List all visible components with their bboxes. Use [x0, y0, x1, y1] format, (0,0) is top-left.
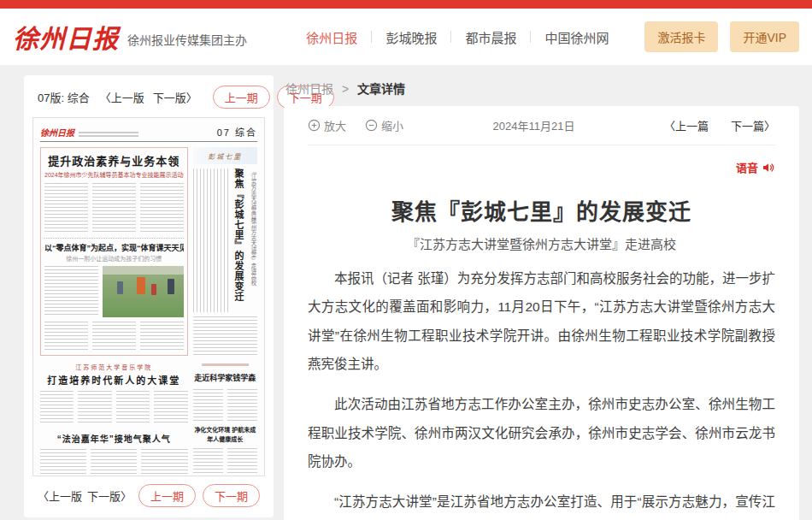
- breadcrumb-root[interactable]: 徐州日报: [285, 82, 333, 96]
- main-content: 07版: 综合 〈上一版 下一版〉 上一期 下一期 徐州日报 07 综合: [0, 65, 812, 520]
- thumb-masthead-logo: 徐州日报: [40, 126, 74, 139]
- thumb-masthead-dateline: [79, 130, 217, 139]
- zoom-out-icon: [365, 119, 378, 132]
- thumb-right-column: 彭城七里 聚焦『彭城七里』的发展变迁 『江苏方志大讲堂暨徐州方志大讲堂』走进高校…: [193, 147, 257, 476]
- thumbnail-photo: [103, 266, 183, 317]
- header-buttons: 激活报卡 开通VIP: [644, 21, 799, 52]
- thumb-vertical-subtitle: 『江苏方志大讲堂暨徐州方志大讲堂』走进高校: [249, 168, 257, 312]
- prev-page-link[interactable]: 〈上一版: [100, 89, 144, 105]
- page: 徐州日报 徐州报业传媒集团主办 徐州日报 彭城晚报 都市晨报 中国徐州网 激活报…: [0, 0, 812, 520]
- right-column: 徐州日报 > 文章详情 放大 缩小: [284, 75, 799, 520]
- article-date: 2024年11月21日: [493, 117, 575, 133]
- thumb-masthead: 徐州日报 07 综合: [40, 125, 257, 142]
- thumb-headline-3: 打造培养时代新人的大课堂: [40, 373, 188, 387]
- edition-label: 07版: 综合: [38, 89, 90, 105]
- zoom-in-icon: [308, 119, 321, 132]
- thumb-vertical-text: [193, 168, 228, 312]
- article-title: 聚焦『彭城七里』的发展变迁: [308, 194, 775, 226]
- thumb-banner-art: 彭城七里: [193, 147, 257, 164]
- thumb-headline-4: “法治嘉年华”接地气聚人气: [40, 432, 188, 445]
- voice-button[interactable]: 语音: [736, 159, 775, 175]
- thumb-headline-1: 提升政治素养与业务本领: [44, 152, 184, 168]
- thumb-subhead-2: 徐州一附小让运动成为孩子们的习惯: [44, 254, 184, 263]
- edition-card: 07版: 综合 〈上一版 下一版〉 上一期 下一期 徐州日报 07 综合: [24, 75, 274, 517]
- article-paragraph: “江苏方志大讲堂”是江苏省地方志办公室打造、用于“展示方志魅力，宣传江苏地情，传…: [308, 488, 775, 520]
- article-paragraph: 本报讯（记者 张瑾）为充分发挥方志部门和高校服务社会的功能，进一步扩大方志文化的…: [308, 264, 775, 378]
- prev-issue-button-bottom[interactable]: 上一期: [138, 484, 196, 507]
- thumb-kicker-bar: [202, 363, 249, 366]
- article-subtitle: 『江苏方志大讲堂暨徐州方志大讲堂』走进高校: [308, 234, 775, 252]
- thumb-kicker-3: 江苏师范大学音乐学院: [40, 363, 188, 371]
- prev-issue-button[interactable]: 上一期: [213, 86, 270, 109]
- article-card: 放大 缩小 2024年11月21日 〈上一篇 下一篇〉: [284, 106, 799, 520]
- article-toolbar: 放大 缩小 2024年11月21日 〈上一篇 下一篇〉: [308, 106, 775, 145]
- breadcrumb-current: 文章详情: [357, 82, 405, 96]
- edition-toolbar: 07版: 综合 〈上一版 下一版〉 上一期 下一期: [24, 75, 274, 115]
- nav-item-city-morning[interactable]: 都市晨报: [451, 28, 530, 46]
- site-header: 徐州日报 徐州报业传媒集团主办 徐州日报 彭城晚报 都市晨报 中国徐州网 激活报…: [0, 9, 812, 65]
- speaker-icon: [762, 161, 775, 174]
- prev-article-button[interactable]: 〈上一篇: [664, 117, 709, 133]
- thumb-vertical-title: 聚焦『彭城七里』的发展变迁: [232, 168, 245, 312]
- thumb-headline-2: 以“零点体育”为起点，实现“体育课天天见”: [44, 242, 184, 253]
- next-issue-button-bottom[interactable]: 下一期: [203, 484, 260, 507]
- thumb-headline-5: 走近科学家钱学森: [193, 372, 257, 383]
- open-vip-button[interactable]: 开通VIP: [730, 21, 799, 52]
- next-page-link[interactable]: 下一版〉: [153, 89, 197, 105]
- thumb-subhead-1: 2024年徐州市少先队辅导员基本功专业技能展示活动举行: [44, 170, 184, 179]
- thumb-featured-box: 提升政治素养与业务本领 2024年徐州市少先队辅导员基本功专业技能展示活动举行 …: [40, 147, 188, 356]
- breadcrumb-separator: >: [342, 82, 349, 96]
- article-paragraph: 此次活动由江苏省地方志工作办公室主办，徐州市史志办公室、徐州生物工程职业技术学院…: [308, 390, 775, 476]
- zoom-out-button[interactable]: 缩小: [365, 117, 403, 133]
- breadcrumb: 徐州日报 > 文章详情: [284, 75, 799, 106]
- top-red-strip: [0, 0, 812, 9]
- next-article-button[interactable]: 下一篇〉: [731, 117, 775, 133]
- thumb-left-articles: 提升政治素养与业务本领 2024年徐州市少先队辅导员基本功专业技能展示活动举行 …: [40, 147, 188, 476]
- next-page-link-bottom[interactable]: 下一版〉: [87, 488, 132, 504]
- prev-page-link-bottom[interactable]: 〈上一版: [38, 488, 82, 504]
- nav-item-china-xuzhou-net[interactable]: 中国徐州网: [531, 28, 622, 46]
- left-column: 07版: 综合 〈上一版 下一版〉 上一期 下一期 徐州日报 07 综合: [24, 75, 274, 520]
- newspaper-page-thumbnail[interactable]: 徐州日报 07 综合 提升政治素养与业务本领 2024年徐州市少先队辅导员基本功…: [32, 117, 265, 476]
- site-tagline: 徐州报业传媒集团主办: [127, 31, 247, 48]
- activate-card-button[interactable]: 激活报卡: [644, 21, 718, 52]
- zoom-in-button[interactable]: 放大: [308, 117, 346, 133]
- thumb-page-label: 07 综合: [217, 125, 257, 139]
- thumb-headline-6: 净化文化环境 护航未成年人健康成长: [193, 426, 257, 444]
- site-nav: 徐州日报 彭城晚报 都市晨报 中国徐州网: [292, 28, 622, 46]
- nav-item-pengcheng-evening[interactable]: 彭城晚报: [372, 28, 450, 46]
- bottom-page-nav: 〈上一版 下一版〉 上一期 下一期: [24, 476, 274, 517]
- site-logo[interactable]: 徐州日报: [13, 18, 119, 56]
- nav-item-xuzhou-daily[interactable]: 徐州日报: [292, 28, 371, 46]
